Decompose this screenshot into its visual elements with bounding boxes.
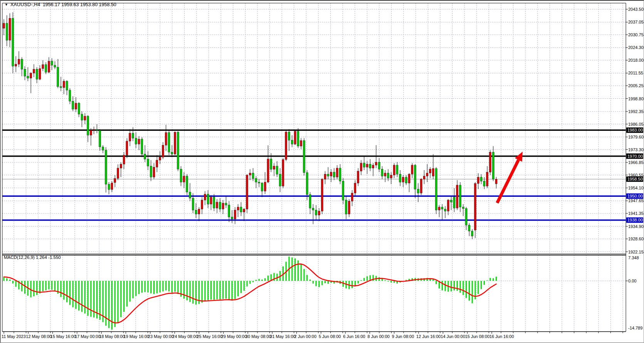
macd-bar bbox=[177, 281, 178, 294]
macd-bar bbox=[105, 281, 106, 326]
candle bbox=[402, 177, 404, 182]
candle bbox=[24, 69, 26, 76]
chart-window: ▼ XAUUSD-,H4 1956.17 1959.63 1953.80 195… bbox=[0, 0, 644, 343]
time-tick-label: 23 May 00:00 bbox=[148, 334, 174, 339]
macd-bar bbox=[9, 280, 10, 281]
candle bbox=[240, 207, 242, 212]
candle bbox=[15, 64, 17, 66]
candle bbox=[105, 150, 107, 184]
macd-bar bbox=[183, 281, 185, 299]
candle bbox=[420, 179, 422, 193]
price-tick-label: 2005.25 bbox=[628, 83, 644, 88]
candle bbox=[234, 210, 236, 219]
macd-bar bbox=[175, 281, 176, 292]
macd-bar bbox=[51, 281, 52, 290]
macd-bar bbox=[132, 281, 133, 298]
macd-bar bbox=[259, 279, 260, 281]
svg-text:1970.00: 1970.00 bbox=[627, 154, 643, 159]
macd-bar bbox=[150, 281, 151, 293]
candle bbox=[255, 179, 257, 182]
candle bbox=[309, 194, 311, 208]
candle bbox=[288, 132, 290, 140]
macd-name-label: MACD(12,26,9) bbox=[4, 255, 35, 260]
candle bbox=[276, 166, 278, 174]
candle bbox=[192, 198, 194, 210]
macd-bar bbox=[493, 278, 494, 281]
candle bbox=[375, 162, 377, 165]
candle bbox=[426, 173, 428, 176]
candle bbox=[42, 64, 44, 68]
candle bbox=[360, 163, 362, 171]
time-tick-label: 5 Jun 08:00 bbox=[319, 334, 341, 339]
candle bbox=[183, 176, 185, 182]
chart-canvas[interactable]: 2043.502037.052030.752024.302018.002011.… bbox=[1, 1, 644, 343]
macd-bar bbox=[367, 276, 368, 281]
candle bbox=[297, 131, 299, 146]
candle bbox=[198, 209, 200, 214]
ohlc-quote-label: 1956.17 1959.63 1953.80 1958.50 bbox=[43, 2, 116, 7]
candle bbox=[189, 192, 191, 198]
macd-bar bbox=[351, 281, 353, 288]
candle bbox=[246, 175, 248, 209]
candle bbox=[117, 168, 119, 178]
candle bbox=[165, 133, 167, 145]
candle bbox=[90, 130, 92, 135]
candle bbox=[249, 173, 251, 175]
macd-bar bbox=[145, 281, 146, 292]
price-tick-label: 1928.60 bbox=[628, 237, 644, 241]
candle bbox=[51, 61, 53, 65]
price-badge-1950.00: 1950.00 bbox=[626, 193, 643, 199]
candle bbox=[33, 69, 35, 73]
macd-bar bbox=[84, 281, 86, 314]
macd-bar bbox=[435, 281, 437, 284]
candle bbox=[315, 210, 317, 215]
macd-bar bbox=[187, 281, 188, 300]
candle bbox=[129, 133, 131, 141]
macd-bar bbox=[160, 281, 161, 292]
time-tick-label: 14 Jun 00:00 bbox=[441, 334, 465, 339]
macd-bar bbox=[358, 281, 359, 284]
macd-bar bbox=[118, 281, 119, 323]
macd-axis-label: 7.348 bbox=[628, 255, 639, 260]
candle bbox=[351, 193, 353, 201]
macd-bar bbox=[217, 281, 218, 299]
candle bbox=[435, 169, 437, 210]
svg-text:1958.50: 1958.50 bbox=[627, 177, 643, 181]
candle bbox=[453, 197, 455, 208]
candle bbox=[372, 165, 374, 168]
candle bbox=[237, 207, 239, 210]
macd-bar bbox=[472, 281, 473, 303]
macd-bar bbox=[462, 281, 464, 295]
candle bbox=[72, 101, 74, 109]
candle bbox=[306, 172, 308, 194]
macd-bar bbox=[306, 275, 308, 281]
candle bbox=[342, 181, 344, 200]
candle bbox=[423, 176, 425, 179]
macd-bar bbox=[240, 281, 242, 293]
candle bbox=[381, 169, 383, 176]
macd-bar bbox=[313, 281, 314, 284]
candle bbox=[495, 179, 497, 184]
time-tick-label: 24 May 08:00 bbox=[172, 334, 198, 339]
macd-bar bbox=[42, 281, 44, 291]
macd-bar bbox=[48, 281, 49, 289]
candle bbox=[21, 59, 23, 69]
macd-bar bbox=[202, 281, 203, 302]
candle bbox=[36, 69, 38, 79]
price-badge-1983.00: 1983.00 bbox=[626, 127, 643, 133]
time-tick-label: 31 May 16:00 bbox=[270, 334, 296, 339]
time-tick-label: 18 May 08:00 bbox=[99, 334, 125, 339]
macd-bar bbox=[304, 269, 305, 281]
macd-bar bbox=[165, 281, 166, 291]
candle bbox=[336, 168, 338, 177]
candle bbox=[201, 200, 203, 209]
dropdown-triangle-icon[interactable]: ▼ bbox=[5, 2, 8, 7]
macd-bar bbox=[451, 281, 452, 291]
macd-bar bbox=[264, 278, 266, 281]
price-tick-label: 1947.65 bbox=[628, 198, 644, 203]
macd-bar bbox=[6, 278, 7, 281]
candle bbox=[153, 167, 155, 177]
macd-main-value: 1.264 bbox=[36, 255, 47, 260]
macd-axis-label: -14.789 bbox=[628, 326, 642, 330]
candle bbox=[459, 185, 461, 207]
